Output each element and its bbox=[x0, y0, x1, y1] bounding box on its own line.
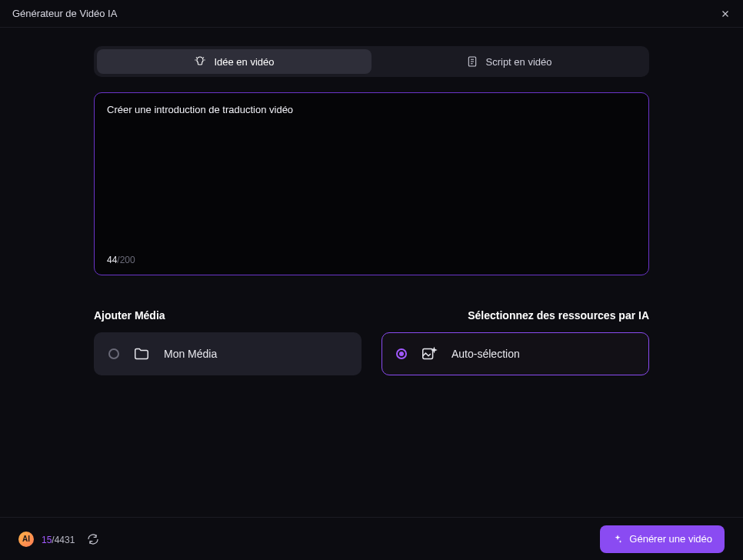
option-label: Auto-sélection bbox=[451, 348, 520, 360]
credits-text: 15/4431 bbox=[42, 532, 75, 546]
prompt-textarea[interactable]: Créer une introduction de traduction vid… bbox=[94, 92, 649, 275]
option-label: Mon Média bbox=[164, 348, 217, 360]
close-icon bbox=[720, 8, 731, 19]
add-media-label: Ajouter Média bbox=[94, 309, 165, 322]
main-content: Idée en vidéo Script en vidéo Créer une … bbox=[0, 28, 743, 375]
radio-off-icon bbox=[108, 348, 119, 359]
ai-badge-icon: AI bbox=[18, 532, 34, 547]
tab-idea-to-video[interactable]: Idée en vidéo bbox=[97, 49, 372, 74]
button-label: Générer une vidéo bbox=[629, 533, 712, 545]
prompt-text: Créer une introduction de traduction vid… bbox=[107, 104, 636, 115]
image-sparkle-icon bbox=[421, 345, 438, 362]
generate-video-button[interactable]: Générer une vidéo bbox=[600, 525, 725, 553]
credits-display: AI 15/4431 bbox=[18, 532, 99, 547]
option-auto-select[interactable]: Auto-sélection bbox=[381, 332, 649, 375]
folder-icon bbox=[133, 345, 150, 362]
sparkle-icon bbox=[612, 534, 623, 545]
mode-tabs: Idée en vidéo Script en vidéo bbox=[94, 46, 649, 77]
media-labels: Ajouter Média Sélectionnez des ressource… bbox=[94, 309, 649, 322]
close-button[interactable] bbox=[720, 8, 731, 19]
script-icon bbox=[466, 55, 478, 68]
character-counter: 44/200 bbox=[107, 255, 135, 265]
option-my-media[interactable]: Mon Média bbox=[94, 332, 362, 375]
radio-on-icon bbox=[396, 348, 407, 359]
refresh-icon bbox=[87, 533, 99, 545]
refresh-button[interactable] bbox=[87, 533, 99, 545]
tab-label: Idée en vidéo bbox=[214, 56, 274, 68]
lightbulb-icon bbox=[194, 55, 206, 68]
window-header: Générateur de Vidéo IA bbox=[0, 0, 743, 28]
tab-label: Script en vidéo bbox=[486, 56, 552, 68]
media-options: Mon Média Auto-sélection bbox=[94, 332, 649, 375]
ai-resource-label: Sélectionnez des ressources par IA bbox=[468, 309, 649, 322]
footer-bar: AI 15/4431 Générer une vidéo bbox=[0, 517, 743, 560]
window-title: Générateur de Vidéo IA bbox=[12, 8, 117, 19]
tab-script-to-video[interactable]: Script en vidéo bbox=[372, 49, 646, 74]
media-section: Ajouter Média Sélectionnez des ressource… bbox=[94, 309, 649, 375]
